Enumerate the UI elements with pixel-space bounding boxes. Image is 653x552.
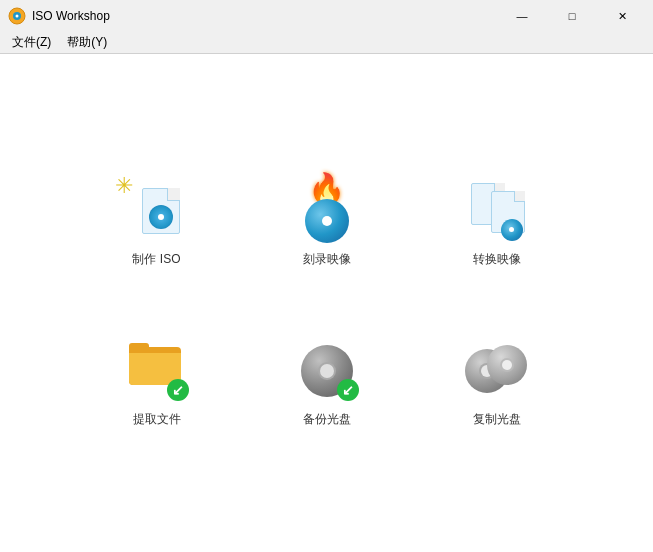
title-bar: ISO Workshop — □ ✕ <box>0 0 653 32</box>
backup-disc-icon: ↙ <box>295 339 359 403</box>
svg-point-2 <box>16 15 19 18</box>
minimize-button[interactable]: — <box>499 0 545 32</box>
main-content: ✳ 制作 ISO 🔥 刻录映像 转换映像 <box>0 54 653 552</box>
close-button[interactable]: ✕ <box>599 0 645 32</box>
window-controls: — □ ✕ <box>499 0 645 32</box>
extract-files-button[interactable]: ↙ 提取文件 <box>87 313 227 453</box>
menu-file[interactable]: 文件(Z) <box>4 32 59 53</box>
backup-disc-button[interactable]: ↙ 备份光盘 <box>257 313 397 453</box>
make-iso-button[interactable]: ✳ 制作 ISO <box>87 153 227 293</box>
window-title: ISO Workshop <box>32 9 499 23</box>
make-iso-label: 制作 ISO <box>132 251 180 268</box>
convert-image-label: 转换映像 <box>473 251 521 268</box>
extract-files-icon: ↙ <box>125 339 189 403</box>
burn-image-button[interactable]: 🔥 刻录映像 <box>257 153 397 293</box>
backup-disc-label: 备份光盘 <box>303 411 351 428</box>
extract-files-label: 提取文件 <box>133 411 181 428</box>
app-icon <box>8 7 26 25</box>
convert-image-button[interactable]: 转换映像 <box>427 153 567 293</box>
burn-image-icon: 🔥 <box>295 179 359 243</box>
burn-image-label: 刻录映像 <box>303 251 351 268</box>
copy-disc-label: 复制光盘 <box>473 411 521 428</box>
convert-image-icon <box>465 179 529 243</box>
copy-disc-button[interactable]: 复制光盘 <box>427 313 567 453</box>
menu-bar: 文件(Z) 帮助(Y) <box>0 32 653 54</box>
copy-disc-icon <box>465 339 529 403</box>
menu-help[interactable]: 帮助(Y) <box>59 32 115 53</box>
feature-grid: ✳ 制作 ISO 🔥 刻录映像 转换映像 <box>87 153 567 453</box>
make-iso-icon: ✳ <box>125 179 189 243</box>
maximize-button[interactable]: □ <box>549 0 595 32</box>
